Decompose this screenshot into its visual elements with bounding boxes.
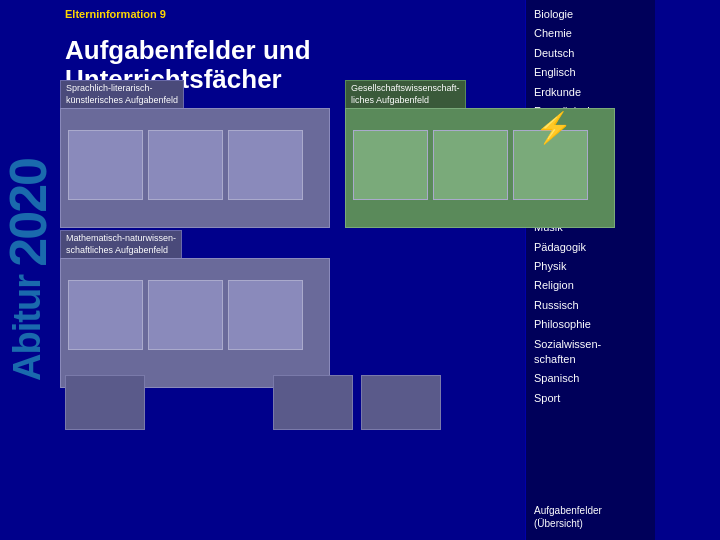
sub-panel-tr-1[interactable]: [353, 130, 428, 200]
year-text: 2020: [2, 159, 54, 267]
extra-panel-1[interactable]: [65, 375, 145, 430]
extra-panel-3[interactable]: [361, 375, 441, 430]
main-content: Elterninformation 9 Aufgabenfelder und U…: [55, 0, 655, 540]
sub-panel-bl-2[interactable]: [148, 280, 223, 350]
abitur-text: Abitur: [6, 275, 49, 381]
folder-body-top-right: ⚡: [345, 108, 615, 228]
lightning-icon: ⚡: [535, 110, 572, 145]
sub-panel-tl-3[interactable]: [228, 130, 303, 200]
panels-area: Sprachlich-literarisch-künstlerisches Au…: [55, 80, 655, 540]
folder-body-bottom-left: [60, 258, 330, 388]
extra-panel-2[interactable]: [273, 375, 353, 430]
bottom-extra-panels: [65, 375, 441, 430]
left-banner: 2020 Abitur: [0, 0, 55, 540]
sidebar-item-biologie[interactable]: Biologie: [534, 5, 647, 24]
folder-top-left[interactable]: Sprachlich-literarisch-künstlerisches Au…: [60, 80, 330, 228]
folder-tab-top-right[interactable]: Gesellschaftswissenschaft-liches Aufgabe…: [345, 80, 466, 108]
folder-bottom-left[interactable]: Mathematisch-naturwissen-schaftliches Au…: [60, 230, 330, 388]
sub-panel-tl-2[interactable]: [148, 130, 223, 200]
sub-panel-bl-3[interactable]: [228, 280, 303, 350]
top-bar-title: Elterninformation 9: [65, 8, 166, 20]
sidebar-item-chemie[interactable]: Chemie: [534, 24, 647, 43]
folder-top-right[interactable]: Gesellschaftswissenschaft-liches Aufgabe…: [345, 80, 615, 228]
sub-panel-tr-2[interactable]: [433, 130, 508, 200]
folder-tab-bottom-left[interactable]: Mathematisch-naturwissen-schaftliches Au…: [60, 230, 182, 258]
folder-body-top-left: [60, 108, 330, 228]
sub-panel-bl-1[interactable]: [68, 280, 143, 350]
sidebar-item-deutsch[interactable]: Deutsch: [534, 44, 647, 63]
sub-panel-tl-1[interactable]: [68, 130, 143, 200]
folder-tab-top-left[interactable]: Sprachlich-literarisch-künstlerisches Au…: [60, 80, 184, 108]
